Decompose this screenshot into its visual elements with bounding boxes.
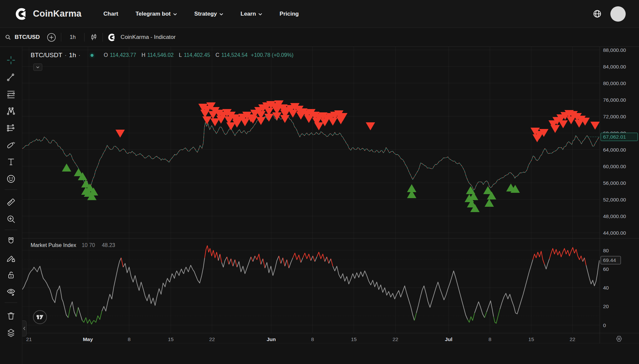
symbol-search[interactable]: BTC/USD (5, 34, 40, 41)
chevron-down-icon (173, 13, 177, 16)
divider (84, 33, 85, 42)
open-value: 114,423.77 (110, 52, 136, 58)
xabcd-pattern-icon (6, 106, 16, 116)
pencil-lock-icon (6, 253, 16, 263)
text-tool[interactable] (3, 153, 19, 170)
svg-text:72,000.00: 72,000.00 (603, 114, 626, 119)
chevron-down-icon (258, 13, 262, 16)
svg-text:76,000.00: 76,000.00 (603, 97, 626, 103)
svg-text:20: 20 (603, 303, 609, 309)
tradingview-logo-button[interactable] (33, 310, 47, 324)
chevron-down-icon (36, 66, 40, 68)
language-globe-icon[interactable] (593, 9, 602, 18)
timezone-settings-button[interactable] (614, 334, 624, 343)
brand-name: CoinKarma (33, 9, 82, 19)
chart-toolbar: BTC/USD 1h CoinKarma - Indicator (0, 28, 639, 47)
mpi-value: 48.23 (102, 242, 115, 248)
coinkarma-indicator-logo-icon (107, 33, 116, 42)
legend-expand-button[interactable] (33, 63, 42, 71)
user-avatar[interactable] (610, 6, 626, 22)
svg-text:60: 60 (603, 266, 609, 272)
svg-text:22: 22 (392, 336, 398, 342)
svg-text:15: 15 (351, 336, 356, 342)
close-value: 114,524.54 (221, 52, 248, 58)
compare-add-icon[interactable] (47, 33, 56, 42)
nav-item-strategy[interactable]: Strategy (194, 11, 223, 17)
symbol-label: BTC/USD (15, 34, 40, 41)
lock-all-drawings-tool[interactable] (3, 266, 19, 283)
svg-text:67,062.01: 67,062.01 (603, 134, 626, 140)
low-value: 114,402.45 (184, 52, 210, 58)
remove-objects-tool[interactable] (3, 307, 19, 324)
top-navigation: CoinKarma Chart Telegram bot Strategy Le… (0, 0, 639, 28)
legend-symbol[interactable]: BTC/USDT (31, 52, 62, 59)
brush-tool[interactable] (3, 136, 19, 153)
interval-button[interactable]: 1h (66, 34, 80, 40)
mpi-title[interactable]: Market Pulse Index (31, 242, 76, 248)
svg-text:22: 22 (569, 336, 575, 342)
svg-text:40: 40 (603, 285, 609, 291)
nav-item-telegram-bot[interactable]: Telegram bot (135, 11, 177, 17)
trend-line-icon (6, 72, 16, 82)
zoom-in-icon (6, 214, 16, 224)
chevron-down-icon (219, 13, 223, 16)
projection-tool[interactable] (3, 119, 19, 136)
zoom-in-tool[interactable] (3, 210, 19, 227)
mpi-legend[interactable]: Market Pulse Index 10 70 48.23 (31, 242, 115, 248)
svg-text:52,000.00: 52,000.00 (603, 197, 626, 202)
drawing-mode-lock-tool[interactable] (3, 249, 19, 266)
nav-item-chart[interactable]: Chart (104, 11, 118, 17)
coinkarma-logo-icon (15, 7, 29, 21)
svg-text:8: 8 (128, 336, 131, 342)
svg-text:Jul: Jul (445, 336, 452, 342)
object-tree-tool[interactable] (3, 324, 19, 341)
ruler-icon (6, 197, 16, 207)
text-icon (6, 157, 16, 167)
magnet-icon (6, 236, 16, 246)
svg-text:Jun: Jun (267, 336, 276, 342)
divider (61, 33, 61, 42)
measure-tool[interactable] (3, 193, 19, 210)
svg-text:8: 8 (489, 336, 492, 342)
main-series-legend[interactable]: BTC/USDT · 1h · O114,423.77 H114,546.02 … (31, 52, 294, 59)
chart-pane[interactable]: 88,000.0084,000.0080,000.0076,000.0072,0… (22, 47, 639, 343)
svg-text:May: May (83, 336, 93, 342)
svg-text:22: 22 (209, 336, 215, 342)
indicator-status-dot[interactable] (89, 52, 95, 59)
svg-text:15: 15 (528, 336, 534, 342)
magnet-tool[interactable] (3, 232, 19, 249)
divider (5, 303, 17, 303)
divider (5, 230, 17, 230)
hide-drawings-tool[interactable] (3, 283, 19, 300)
change-value: +100.78 (+0.09%) (251, 52, 294, 58)
svg-text:84,000.00: 84,000.00 (603, 64, 626, 69)
price-chart[interactable]: 88,000.0084,000.0080,000.0076,000.0072,0… (22, 47, 639, 343)
xabcd-pattern-tool[interactable] (3, 102, 19, 119)
eye-icon (6, 287, 16, 297)
svg-text:21: 21 (26, 336, 32, 342)
svg-text:48,000.00: 48,000.00 (603, 213, 626, 219)
svg-text:80: 80 (603, 248, 609, 253)
nav-item-learn[interactable]: Learn (241, 11, 262, 17)
svg-text:0: 0 (603, 322, 606, 328)
layers-icon (6, 328, 16, 338)
toolbar-collapse-handle[interactable] (22, 320, 27, 336)
nav-menu: Chart Telegram bot Strategy Learn Pricin… (104, 11, 299, 17)
brush-icon (6, 140, 16, 150)
indicator-label[interactable]: CoinKarma - Indicator (120, 34, 175, 41)
crosshair-icon (6, 55, 16, 65)
candlestick-style-icon[interactable] (89, 33, 98, 42)
brand[interactable]: CoinKarma (15, 7, 82, 21)
nav-item-pricing[interactable]: Pricing (280, 11, 299, 17)
trend-line-tool[interactable] (3, 68, 19, 85)
fib-retracement-tool[interactable] (3, 85, 19, 102)
trash-icon (6, 311, 16, 321)
emoji-tool[interactable] (3, 170, 19, 187)
legend-interval[interactable]: 1h (69, 52, 76, 59)
divider (5, 189, 17, 190)
ohlc-values: O114,423.77 H114,546.02 L114,402.45 C114… (104, 52, 248, 58)
crosshair-tool[interactable] (3, 52, 19, 68)
unlocked-padlock-icon (6, 270, 16, 280)
divider (103, 33, 103, 42)
svg-text:69.44: 69.44 (603, 257, 616, 263)
